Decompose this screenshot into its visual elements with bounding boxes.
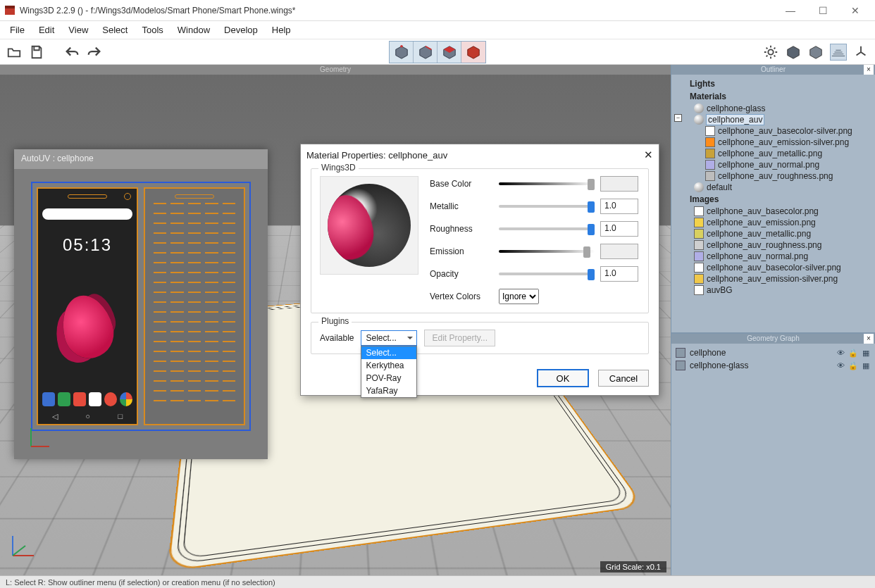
cancel-button[interactable]: Cancel xyxy=(598,370,649,387)
texture-item[interactable]: cellphone_auv_emission-silver.png xyxy=(676,137,871,148)
image-item[interactable]: auvBG xyxy=(676,284,871,296)
menu-file[interactable]: File xyxy=(3,23,32,37)
select-mode-group xyxy=(389,41,486,63)
image-item[interactable]: cellphone_auv_roughness.png xyxy=(676,239,871,251)
wire-icon[interactable]: ▦ xyxy=(861,361,871,370)
shade-smooth-icon[interactable] xyxy=(807,44,824,61)
combo-option-yafaray[interactable]: YafaRay xyxy=(361,384,416,397)
geograph-body[interactable]: cellphone 👁 🔒 ▦ cellphone-glass 👁 🔒 ▦ xyxy=(671,344,875,575)
image-item[interactable]: cellphone_auv_metallic.png xyxy=(676,228,871,239)
menu-tools[interactable]: Tools xyxy=(135,23,170,37)
material-item[interactable]: default xyxy=(676,182,871,193)
minimize-button[interactable]: — xyxy=(781,5,800,16)
save-icon[interactable] xyxy=(28,44,45,61)
roughness-value[interactable]: 1.0 xyxy=(600,221,638,237)
plugin-combo[interactable]: Select... Select... Kerkythea POV-Ray Ya… xyxy=(361,330,417,346)
group-plugins: Plugins xyxy=(318,316,352,326)
svg-line-14 xyxy=(13,546,25,556)
geograph-close-button[interactable]: × xyxy=(864,334,874,344)
undo-icon[interactable] xyxy=(63,44,80,61)
svg-marker-10 xyxy=(788,46,800,58)
ok-button[interactable]: OK xyxy=(538,370,588,387)
outliner-tree[interactable]: Lights − Materials cellphone-glass − cel… xyxy=(671,75,875,332)
select-face-button[interactable] xyxy=(438,42,461,63)
combo-option-select[interactable]: Select... xyxy=(361,346,416,359)
base-color-swatch[interactable] xyxy=(600,176,638,192)
viewport-title: Geometry xyxy=(0,65,671,75)
dialog-close-button[interactable]: ✕ xyxy=(644,149,653,161)
menu-develop[interactable]: Develop xyxy=(217,23,265,37)
select-vertex-button[interactable] xyxy=(390,42,414,63)
metallic-slider[interactable] xyxy=(499,201,595,212)
combo-option-kerkythea[interactable]: Kerkythea xyxy=(361,359,416,372)
base-color-label: Base Color xyxy=(430,179,493,189)
image-item[interactable]: cellphone_auv_basecolor-silver.png xyxy=(676,262,871,273)
texture-item[interactable]: cellphone_auv_basecolor-silver.png xyxy=(676,125,871,137)
lock-icon[interactable]: 🔒 xyxy=(848,361,858,370)
plugin-combo-selected: Select... xyxy=(366,333,396,343)
axes-icon[interactable] xyxy=(852,44,869,61)
geograph-item[interactable]: cellphone 👁 🔒 ▦ xyxy=(676,346,871,359)
outliner-images[interactable]: Images xyxy=(676,193,871,206)
menu-view[interactable]: View xyxy=(61,23,95,37)
maximize-button[interactable]: ☐ xyxy=(813,5,833,16)
app-icon xyxy=(4,5,15,16)
available-label: Available xyxy=(320,333,354,343)
autouv-title[interactable]: AutoUV : cellphone xyxy=(14,149,268,169)
open-icon[interactable] xyxy=(6,44,23,61)
opacity-value[interactable]: 1.0 xyxy=(600,266,638,282)
close-window-button[interactable]: ✕ xyxy=(845,5,865,16)
svg-marker-11 xyxy=(810,46,822,58)
outliner-materials[interactable]: Materials xyxy=(676,90,871,103)
menubar: File Edit View Select Tools Window Devel… xyxy=(0,21,875,39)
image-item[interactable]: cellphone_auv_basecolor.png xyxy=(676,206,871,217)
menu-edit[interactable]: Edit xyxy=(32,23,61,37)
screen-time: 05:13 xyxy=(38,235,137,255)
ground-plane-icon[interactable] xyxy=(830,44,847,61)
texture-item[interactable]: cellphone_auv_roughness.png xyxy=(676,170,871,182)
menu-window[interactable]: Window xyxy=(170,23,217,37)
opacity-slider[interactable] xyxy=(499,268,595,280)
select-edge-button[interactable] xyxy=(414,42,438,63)
texture-item[interactable]: cellphone_auv_normal.png xyxy=(676,159,871,170)
redo-icon[interactable] xyxy=(86,44,103,61)
object-icon xyxy=(676,348,685,358)
autouv-window[interactable]: AutoUV : cellphone 05:13 ◁ xyxy=(14,149,268,459)
material-item[interactable]: cellphone-glass xyxy=(676,103,871,114)
material-item-selected[interactable]: cellphone_auv xyxy=(676,114,871,125)
base-color-slider[interactable] xyxy=(499,178,595,189)
statusbar: L: Select R: Show outliner menu (if sele… xyxy=(0,575,875,588)
uv-island-front: 05:13 ◁○□ xyxy=(37,187,138,425)
preferences-icon[interactable] xyxy=(762,44,779,61)
image-item[interactable]: cellphone_auv_emission-silver.png xyxy=(676,273,871,284)
geograph-item[interactable]: cellphone-glass 👁 🔒 ▦ xyxy=(676,359,871,372)
emission-slider[interactable] xyxy=(499,246,595,257)
vertex-colors-select[interactable]: Ignore xyxy=(499,289,539,304)
menu-select[interactable]: Select xyxy=(95,23,135,37)
expand-icon[interactable]: − xyxy=(674,114,682,122)
roughness-slider[interactable] xyxy=(499,223,595,234)
metallic-value[interactable]: 1.0 xyxy=(600,199,638,214)
eye-icon[interactable]: 👁 xyxy=(836,348,845,358)
lock-icon[interactable]: 🔒 xyxy=(848,348,858,358)
autouv-canvas[interactable]: 05:13 ◁○□ xyxy=(14,169,268,459)
svg-point-9 xyxy=(768,49,773,54)
axis-gizmo-icon xyxy=(6,530,38,563)
image-item[interactable]: cellphone_auv_emission.png xyxy=(676,217,871,228)
toolbar xyxy=(0,39,875,65)
combo-option-povray[interactable]: POV-Ray xyxy=(361,372,416,384)
wire-icon[interactable]: ▦ xyxy=(861,348,871,358)
titlebar: Wings3D 2.2.9 () - f:/Wings3d/Modelos/Sm… xyxy=(0,0,875,21)
outliner-close-button[interactable]: × xyxy=(864,65,874,75)
shade-flat-icon[interactable] xyxy=(785,44,802,61)
emission-swatch[interactable] xyxy=(600,244,638,259)
viewport[interactable]: Geometry Grid Scale: x0.1 AutoUV : cellp… xyxy=(0,65,671,575)
menu-help[interactable]: Help xyxy=(265,23,298,37)
metallic-label: Metallic xyxy=(430,201,493,211)
outliner-lights[interactable]: Lights xyxy=(676,77,871,90)
image-item[interactable]: cellphone_auv_normal.png xyxy=(676,251,871,262)
texture-item[interactable]: cellphone_auv_metallic.png xyxy=(676,148,871,159)
eye-icon[interactable]: 👁 xyxy=(836,361,845,370)
select-body-button[interactable] xyxy=(461,42,485,63)
plugin-combo-list: Select... Kerkythea POV-Ray YafaRay xyxy=(361,346,417,398)
